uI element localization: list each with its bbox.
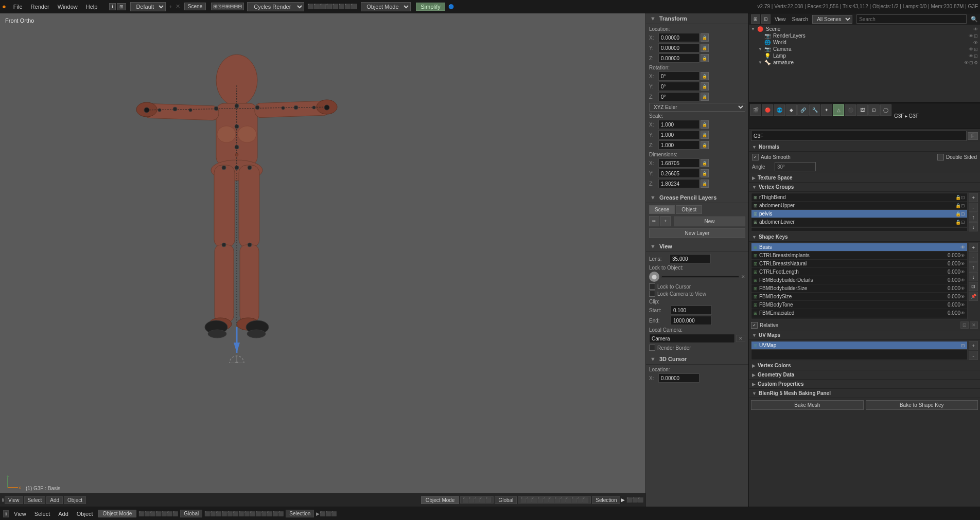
props-mesh-icon[interactable]: △ [833,104,844,116]
editor-type-icon[interactable]: ⊞ [117,3,126,10]
sk-fbmem-eye[interactable]: 👁 [960,311,965,316]
vg-hide-4[interactable]: ⊡ [961,220,965,225]
3d-viewport[interactable]: Front Ortho X Z (1) G3F : Basis [0,13,645,507]
object-btn[interactable]: Object [64,496,86,504]
camera-vis2-icon[interactable]: ⊡ [974,47,978,52]
cursor-3d-header[interactable]: ▼ 3D Cursor [646,354,748,365]
transform-header[interactable]: ▼ Transform [646,13,748,24]
uv-remove-btn[interactable]: - [969,351,978,360]
scene-select[interactable]: Scene [184,3,206,10]
view-label[interactable]: View [775,16,786,22]
vg-item-pelvis[interactable]: ⊞ pelvis 🔒 ⊡ [751,210,967,218]
f-button[interactable]: F [968,132,978,140]
menu-file[interactable]: File [9,3,27,11]
vg-down-btn[interactable]: ↓ [969,222,978,231]
breadcrumb-g3f1[interactable]: G3F [894,113,904,119]
sk-remove-btn[interactable]: - [969,253,978,262]
uv-add-btn[interactable]: + [969,341,978,350]
vertex-colors-header[interactable]: ▶ Vertex Colors [749,361,980,370]
add-btn[interactable]: Add [46,496,63,504]
props-particles-icon[interactable]: ✦ [821,104,832,116]
dim-z-lock[interactable]: 🔒 [701,180,709,188]
vg-hide-3[interactable]: ⊡ [961,211,965,217]
lamp-vis2-icon[interactable]: ⊡ [974,53,978,59]
new-layer-btn[interactable]: New Layer [649,228,745,238]
breadcrumb-g3f2[interactable]: G3F [908,113,918,119]
camera-input[interactable] [649,334,735,343]
loc-y-input[interactable] [658,43,699,52]
angle-input[interactable] [775,162,816,171]
gp-object-tab[interactable]: Object [676,205,702,214]
bottom-object-mode-btn[interactable]: Object Mode [98,510,137,517]
loc-x-input[interactable] [658,33,699,42]
outliner-view-icon[interactable]: ⊞ [751,14,760,24]
tree-item-renderlayers[interactable]: 📷 RenderLayers 👁 ⊡ [749,32,980,39]
end-input[interactable] [671,316,712,325]
lamp-vis-icon[interactable]: 👁 [969,53,973,59]
scale-z-input[interactable] [658,140,699,150]
scene-vis-icon[interactable]: 👁 [973,27,978,32]
tree-item-camera[interactable]: ▼ 📷 Camera 👁 ⊡ [749,46,980,52]
vg-add-btn[interactable]: + [969,193,978,202]
vg-item-abdomenupper[interactable]: ⊞ abdomenUpper 🔒 ⊡ [751,202,967,210]
vg-lock-3[interactable]: 🔒 [955,211,961,217]
object-mode-select[interactable]: Object Mode [361,2,411,11]
layout-select[interactable]: Default [130,2,166,11]
sk-item-ctrli[interactable]: ⊞ CTRLBreastsImplants 0.000 👁 [751,252,967,260]
euler-select[interactable]: XYZ Euler [649,103,745,112]
rl-vis2-icon[interactable]: ⊡ [974,33,978,39]
tree-item-armature[interactable]: ▼ 🦴 armature 👁 ⊡ ⚙ [749,59,980,66]
rot-z-input[interactable] [658,92,699,101]
vg-up-btn[interactable]: ↑ [969,212,978,222]
sk-item-fbmbs[interactable]: ⊞ FBMBodybuilderSize 0.000 👁 [751,284,967,293]
props-texture-icon[interactable]: 🖼 [856,104,868,116]
loc-x-lock[interactable]: 🔒 [701,33,709,42]
dim-z-input[interactable] [658,179,699,188]
props-materials-icon[interactable]: ⚫ [845,104,856,116]
props-modifier-icon[interactable]: 🔧 [809,104,820,116]
relative-checkbox[interactable] [751,322,758,329]
texture-space-header[interactable]: ▶ Texture Space [749,173,980,183]
gp-scene-tab[interactable]: Scene [649,205,675,214]
dim-x-input[interactable] [658,158,699,168]
camera-clear[interactable]: ✕ [736,335,745,342]
vg-item-abdomenLower[interactable]: ⊞ abdomenLower 🔒 ⊡ [751,218,967,226]
lock-camera-checkbox[interactable] [649,291,655,297]
world-vis-icon[interactable]: 👁 [973,40,978,45]
scale-x-lock[interactable]: 🔒 [701,120,709,129]
object-mode-display[interactable]: Object Mode [421,496,460,504]
view-btn[interactable]: View [5,496,23,504]
sk-item-fbmsize[interactable]: ⊞ FBMBodySize 0.000 👁 [751,293,967,301]
blenrig-header[interactable]: ▼ BlenRig 5 Mesh Baking Panel [749,389,980,398]
sk-item-ctrln[interactable]: ⊞ CTRLBreastsNatural 0.000 👁 [751,260,967,268]
sk-fbmtone-eye[interactable]: 👁 [960,302,965,308]
sk-pin-btn[interactable]: 📌 [969,292,978,301]
loc-y-lock[interactable]: 🔒 [701,44,709,52]
bottom-select-btn[interactable]: Select [31,510,54,518]
props-icon2[interactable]: ⊡ [868,104,880,116]
bottom-info-icon[interactable]: ℹ [3,510,9,517]
rot-y-lock[interactable]: 🔒 [701,82,709,91]
menu-render[interactable]: Render [27,3,54,11]
shape-keys-header[interactable]: ▼ Shape Keys [749,232,980,242]
vg-lock-2[interactable]: 🔒 [955,203,961,208]
sk-item-fbmem[interactable]: ⊞ FBMEmaciated 0.000 👁 [751,309,967,317]
menu-help[interactable]: Help [82,3,102,11]
vg-hide-1[interactable]: ⊡ [961,195,965,200]
mesh-name-input[interactable] [751,131,967,141]
normals-section-header[interactable]: ▼ Normals [749,142,980,152]
vg-lock-4[interactable]: 🔒 [955,220,961,225]
simplify-btn[interactable]: Simplify [416,3,445,11]
outliner-filter-icon[interactable]: ⊡ [761,14,771,24]
bottom-object-btn[interactable]: Object [74,510,96,518]
dim-y-input[interactable] [658,169,699,178]
double-sided-checkbox[interactable] [937,154,944,160]
outliner-search[interactable] [856,14,967,24]
sk-item-ctrlf[interactable]: ⊞ CTRLFootLength 0.000 👁 [751,268,967,276]
lock-cursor-checkbox[interactable] [649,283,655,290]
props-world-icon[interactable]: 🌐 [774,104,785,116]
cursor-x-input[interactable] [658,373,699,383]
vg-item-rthighbend[interactable]: ⊞ rThighBend 🔒 ⊡ [751,193,967,202]
loc-z-input[interactable] [658,53,699,63]
auto-smooth-checkbox[interactable] [752,154,759,160]
